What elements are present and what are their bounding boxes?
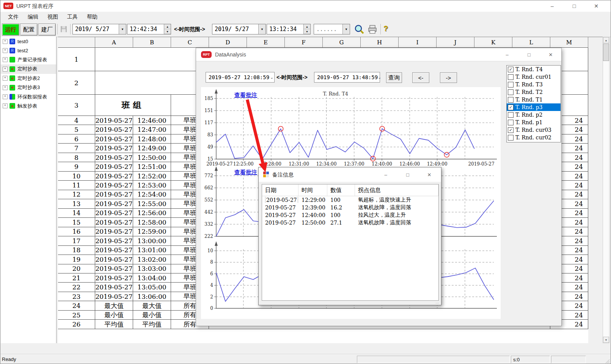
row-header-14[interactable]: 14	[58, 209, 95, 218]
time-cell[interactable]: 13:05:00	[133, 283, 171, 292]
spin-up-icon[interactable]: ▲	[164, 24, 171, 29]
tree-item-test0[interactable]: +Rtest0	[1, 37, 56, 46]
grid-corner-cell[interactable]	[58, 37, 95, 48]
row-header-17[interactable]: 17	[58, 236, 95, 245]
group-header-cell[interactable]: 班组	[95, 95, 171, 116]
tree-item-定时抄表3[interactable]: +×定时抄表3	[1, 83, 56, 92]
series-checkbox[interactable]: ✓	[508, 127, 514, 133]
series-checkbox[interactable]: ✓	[508, 67, 514, 72]
analysis-start-datetime[interactable]: 2019-05-27 12:08:59 ⌄	[206, 72, 275, 83]
row-header-20[interactable]: 20	[58, 264, 95, 273]
series-item-T-Rnd-T4[interactable]: ✓T. Rnd. T4	[507, 66, 561, 73]
next-button[interactable]: ->	[440, 72, 457, 83]
print-icon[interactable]	[368, 25, 377, 34]
date-cell[interactable]: 2019-05-27	[95, 292, 133, 301]
date-cell[interactable]: 2019-05-27	[95, 144, 133, 153]
tree-item-环保数据报表[interactable]: +环保数据报表	[1, 92, 56, 101]
date-cell[interactable]: 2019-05-27	[95, 181, 133, 190]
resize-grip[interactable]: …	[435, 300, 440, 304]
time-cell[interactable]: 12:48:00	[133, 134, 171, 144]
date-cell[interactable]: 2019-05-27	[95, 172, 133, 181]
menu-item-视图[interactable]: 视图	[43, 12, 63, 22]
date-cell[interactable]: 2019-05-27	[95, 273, 133, 283]
row-header-16[interactable]: 16	[58, 227, 95, 236]
date-cell[interactable]: 最大值	[95, 301, 133, 310]
column-header-B[interactable]: B	[133, 37, 171, 48]
view-annotation-link-2[interactable]: 查看批注	[234, 169, 257, 176]
tree-expander-icon[interactable]: +	[3, 39, 8, 44]
column-header-I[interactable]: I	[399, 37, 437, 48]
time-cell[interactable]: 12:59:00	[133, 227, 171, 236]
series-item-T-Rnd-T2[interactable]: T. Rnd. T2	[507, 88, 561, 96]
spin-up-icon[interactable]: ▲	[304, 24, 310, 29]
column-header-H[interactable]: H	[361, 37, 399, 48]
chevron-down-icon[interactable]: ⌄	[378, 75, 381, 80]
column-header-G[interactable]: G	[323, 37, 361, 48]
chevron-down-icon[interactable]: ▼	[119, 24, 126, 34]
series-item-T-Rnd-cur01[interactable]: T. Rnd. cur01	[507, 73, 561, 81]
row-header-26[interactable]: 26	[58, 320, 95, 329]
end-time-spinner[interactable]: 13:12:34 ▲▼	[267, 24, 311, 34]
row-header-5[interactable]: 5	[58, 125, 95, 134]
maximize-icon[interactable]: □	[521, 50, 537, 60]
series-item-T-Rnd-cur03[interactable]: ✓T. Rnd. cur03	[507, 126, 561, 134]
tree-item-产量记录报表[interactable]: +产量记录报表	[1, 55, 56, 64]
date-cell[interactable]: 2019-05-27	[95, 227, 133, 236]
date-cell[interactable]: 2019-05-27	[95, 190, 133, 199]
column-header[interactable]: 数值	[327, 184, 355, 196]
time-cell[interactable]: 12:58:00	[133, 218, 171, 227]
time-cell[interactable]: 12:46:00	[133, 116, 171, 125]
time-cell[interactable]: 12:56:00	[133, 209, 171, 218]
time-cell[interactable]: 13:04:00	[133, 273, 171, 283]
prev-button[interactable]: <-	[412, 72, 429, 83]
time-cell[interactable]: 13:02:00	[133, 255, 171, 264]
time-cell[interactable]: 13:00:00	[133, 236, 171, 245]
time-cell[interactable]: 12:49:00	[133, 144, 171, 153]
maximize-icon[interactable]: □	[565, 0, 583, 12]
tree-expander-icon[interactable]: +	[3, 94, 8, 99]
tree-item-定时抄表[interactable]: +×定时抄表	[1, 64, 56, 73]
row-header-7[interactable]: 7	[58, 144, 95, 153]
time-cell[interactable]: 12:55:00	[133, 199, 171, 208]
chevron-down-icon[interactable]: ▼	[258, 24, 265, 34]
remark-row[interactable]: 2019-05-2712:39:0016.2送氧机故障，温度回落	[262, 204, 438, 211]
save-icon[interactable]	[60, 25, 68, 33]
row-header-3[interactable]: 3	[58, 95, 95, 116]
row-header-21[interactable]: 21	[58, 273, 95, 283]
series-item-T-Rnd-T3[interactable]: T. Rnd. T3	[507, 81, 561, 88]
column-header-E[interactable]: E	[247, 37, 285, 48]
tree-item-test2[interactable]: +Rtest2	[1, 46, 56, 55]
column-header-F[interactable]: F	[285, 37, 323, 48]
minimize-icon[interactable]: –	[499, 50, 515, 60]
minimize-icon[interactable]: –	[543, 0, 561, 12]
series-item-T-Rnd-p2[interactable]: T. Rnd. p2	[507, 111, 561, 119]
scroll-down-icon[interactable]: ▼	[603, 337, 609, 343]
search-icon[interactable]	[354, 24, 364, 35]
help-icon[interactable]: ?	[383, 24, 388, 33]
series-item-T-Rnd-T1[interactable]: T. Rnd. T1	[507, 96, 561, 103]
time-cell[interactable]: 12:53:00	[133, 181, 171, 190]
tree-expander-icon[interactable]: +	[3, 103, 8, 108]
row-header-2[interactable]: 2	[58, 71, 95, 95]
time-cell[interactable]: 12:52:00	[133, 172, 171, 181]
tree-expander-icon[interactable]: +	[3, 57, 8, 62]
column-header-M[interactable]: M	[550, 37, 588, 48]
column-header[interactable]: 日期	[262, 184, 298, 196]
series-checkbox[interactable]	[508, 112, 514, 118]
row-header-4[interactable]: 4	[58, 116, 95, 125]
row-header-1[interactable]: 1	[58, 48, 95, 71]
series-checkbox[interactable]	[508, 82, 514, 87]
spin-down-icon[interactable]: ▼	[304, 29, 310, 34]
row-header-10[interactable]: 10	[58, 172, 95, 181]
close-icon[interactable]: ✕	[543, 50, 558, 60]
chevron-down-icon[interactable]: ▼	[342, 24, 350, 34]
column-header-K[interactable]: K	[474, 37, 512, 48]
series-checkbox[interactable]	[508, 74, 514, 80]
time-cell[interactable]: 最大值	[133, 301, 171, 310]
tree-item-定时抄表2[interactable]: +×定时抄表2	[1, 74, 56, 83]
tree-expander-icon[interactable]: +	[3, 48, 8, 53]
row-header-24[interactable]: 24	[58, 301, 95, 310]
column-header-L[interactable]: L	[512, 37, 550, 48]
remark-row[interactable]: 2019-05-2712:29:00100氧超标，温度快速上升	[262, 196, 438, 204]
date-cell[interactable]: 2019-05-27	[95, 246, 133, 255]
